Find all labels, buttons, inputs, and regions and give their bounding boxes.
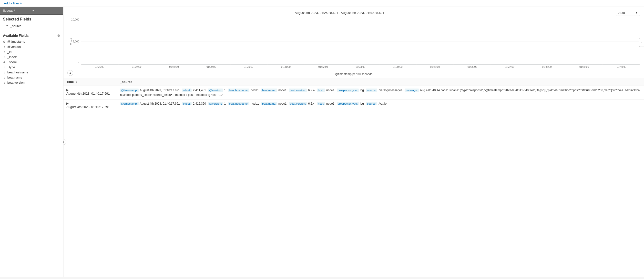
bar-8	[212, 64, 230, 64]
bar-1	[82, 64, 100, 64]
time-cell-2: ▶ August 4th 2023, 01:40:17.691	[64, 99, 117, 111]
field-name-beat-hostname: beat.hostname	[7, 70, 28, 74]
x-axis-title: @timestamp per 30 seconds	[67, 72, 640, 76]
th-time[interactable]: Time ▾	[64, 78, 117, 86]
gear-icon[interactable]: ⚙	[57, 34, 60, 37]
collapse-chart-button[interactable]: ▲	[67, 70, 73, 76]
field-type-t-icon-2: t	[2, 50, 6, 53]
field-item-score[interactable]: # _score	[2, 59, 62, 65]
bar-15	[342, 64, 360, 64]
row-expand-button-2[interactable]: ▶	[66, 102, 68, 105]
bar-group-21	[454, 64, 472, 64]
y-label-0: 0	[78, 62, 79, 65]
bar-group-11	[268, 64, 286, 64]
table-body: ▶ August 4th 2023, 01:40:17.691 @timesta…	[64, 86, 644, 111]
th-source: _source	[117, 78, 644, 86]
time-column-label: Time	[66, 80, 74, 84]
main-layout: filebeat-* ▾ Selected Fields ? _source A…	[0, 7, 644, 277]
field-tag-beat-name-2: beat.name:	[261, 102, 277, 105]
add-filter-link[interactable]: Add a filter +	[4, 1, 22, 5]
bar-group-7	[193, 64, 212, 64]
field-value-prospector-type-2: log	[360, 102, 364, 105]
bar-13	[305, 64, 323, 64]
bar-11	[268, 64, 286, 64]
field-value-host-2: node1	[326, 102, 334, 105]
field-tag-source-1: source:	[366, 88, 377, 92]
sort-icon: ▾	[76, 81, 77, 83]
bar-group-19	[416, 64, 435, 64]
bar-25	[528, 64, 546, 64]
field-name-timestamp: @timestamp	[7, 40, 25, 43]
field-item-beat-hostname[interactable]: t beat.hostname	[2, 70, 62, 75]
field-type-t-icon: t	[2, 45, 6, 48]
add-filter-label: Add a filter	[4, 1, 19, 5]
right-edge-nav-icon[interactable]: ›	[639, 38, 644, 47]
y-label-5000: 5,000	[72, 40, 79, 43]
bar-22	[472, 64, 490, 64]
x-label-4: 01:30:00	[230, 66, 267, 68]
bar-group-15	[342, 64, 360, 64]
bar-24	[510, 64, 528, 64]
bar-group-17	[379, 64, 398, 64]
chevron-down-icon-2: ▾	[636, 11, 638, 14]
bar-9	[230, 64, 249, 64]
field-tag-beat-version-2: beat.version:	[289, 102, 307, 105]
gridline-100	[81, 18, 640, 18]
plus-icon: +	[20, 1, 22, 5]
field-item-version[interactable]: t @version	[2, 44, 62, 49]
field-type-t-icon-7: t	[2, 81, 6, 84]
selected-fields-section: Selected Fields ? _source	[0, 15, 63, 30]
bar-group-9	[230, 64, 249, 64]
available-fields-scroll: ⊙ @timestamp t @version t _id t _index #	[0, 39, 63, 277]
row-expand-button-1[interactable]: ▶	[66, 88, 68, 92]
table-header: Time ▾ _source	[64, 78, 644, 86]
field-tag-offset-1: offset:	[182, 88, 192, 92]
field-item-source[interactable]: ? _source	[4, 23, 59, 28]
top-bar: Add a filter +	[0, 0, 644, 7]
field-item-id[interactable]: t _id	[2, 49, 62, 54]
bar-group-28	[584, 64, 602, 64]
chart-container: 0 5,000 10,000 Count	[67, 18, 640, 72]
field-item-type[interactable]: t _type	[2, 65, 62, 70]
index-pattern-value: filebeat-*	[2, 9, 31, 12]
x-label-6: 01:32:00	[304, 66, 342, 68]
field-tag-version-1: @version:	[208, 88, 223, 92]
time-cell-1: ▶ August 4th 2023, 01:40:17.691	[64, 86, 117, 99]
selected-fields-list: ? _source	[3, 23, 60, 28]
field-item-index[interactable]: t _index	[2, 54, 62, 59]
auto-label: Auto	[618, 11, 634, 15]
auto-interval-select[interactable]: Auto ▾	[616, 10, 640, 16]
x-label-0: 01:26:00	[81, 66, 118, 68]
time-value-2: August 4th 2023, 01:40:17.691	[66, 105, 110, 109]
field-item-beat-version[interactable]: t beat.version	[2, 80, 62, 85]
field-name-type: _type	[7, 65, 15, 69]
bar-20	[435, 64, 453, 64]
bar-7	[193, 64, 211, 64]
time-range-bar: August 4th 2023, 01:25:28.621 - August 4…	[67, 10, 640, 16]
field-item-timestamp[interactable]: ⊙ @timestamp	[2, 39, 62, 44]
field-value-beat-name-1: node1	[278, 88, 286, 92]
bar-group-22	[472, 64, 491, 64]
bar-14	[324, 64, 342, 64]
field-value-host-1: node1	[326, 88, 334, 92]
field-name-version: @version	[7, 45, 21, 48]
table-header-row: Time ▾ _source	[64, 78, 644, 86]
bar-27	[566, 64, 584, 64]
time-range-value: August 4th 2023, 01:25:28.621 - August 4…	[295, 11, 384, 15]
time-range-dash: —	[385, 11, 388, 15]
field-name-id: _id	[7, 50, 12, 54]
bar-18	[398, 64, 416, 64]
field-tag-beat-hostname-1: beat.hostname:	[228, 88, 250, 92]
index-pattern-select[interactable]: filebeat-* ▾	[0, 7, 63, 15]
field-value-timestamp-1: August 4th 2023, 01:40:17.691	[140, 88, 180, 92]
bar-group-23	[491, 64, 509, 64]
source-cell-2: @timestamp: August 4th 2023, 01:40:17.69…	[117, 99, 644, 111]
field-value-beat-version-1: 6.2.4	[308, 88, 315, 92]
time-range-text: August 4th 2023, 01:25:28.621 - August 4…	[67, 11, 616, 15]
x-label-1: 01:27:00	[118, 66, 156, 68]
field-value-timestamp-2: August 4th 2023, 01:40:17.691	[140, 102, 180, 105]
main-content: ‹ August 4th 2023, 01:25:28.621 - August…	[64, 7, 644, 277]
gridline-50	[81, 41, 640, 41]
field-item-beat-name[interactable]: t beat.name	[2, 75, 62, 80]
bar-group-20	[435, 64, 454, 64]
